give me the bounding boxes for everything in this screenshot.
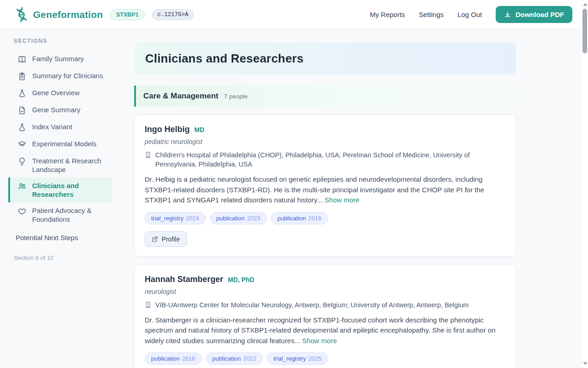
group-count: 7 people [224,93,248,100]
variant-badge: c.1217G>A [152,9,194,20]
person-bio: Dr. Stamberger is a clinician-researcher… [145,315,506,346]
page-scrollbar[interactable] [581,0,588,368]
download-icon [504,11,511,18]
gene-badge: STXBP1 [110,9,145,20]
nav-my-reports[interactable]: My Reports [370,11,405,18]
section-progress: Section 9 of 10 [14,254,133,261]
flask-icon [17,123,27,132]
tag-type: publication [277,215,306,222]
sidebar-item-clinicians-and-researchers[interactable]: Clinicians and Researchers [8,178,112,202]
sidebar-item-label: Treatment & Research Landscape [32,156,106,174]
sidebar-item-label: Patient Advocacy & Foundations [32,206,106,224]
sections-label: SECTIONS [14,38,133,44]
scroll-up-icon[interactable] [583,3,588,6]
book-icon [17,55,27,64]
group-title: Care & Management [143,92,218,101]
page-title-banner: Clinicians and Researchers [134,42,516,75]
sidebar-item-gene-summary[interactable]: Gene Summary [8,102,112,119]
profile-button-label: Profile [162,236,180,243]
tag-type: trial_registry [151,215,184,222]
tag-badge: publication 2016 [271,212,328,224]
sidebar-item-label: Gene Overview [32,88,79,97]
person-name: Hannah Stamberger [145,275,223,284]
brand[interactable]: Geneformation STXBP1 c.1217G>A [14,7,194,23]
heart-icon [17,207,27,216]
sidebar-item-gene-overview[interactable]: Gene Overview [8,85,112,102]
sidebar-item-potential-next-steps[interactable]: Potential Next Steps [16,234,133,242]
tag-badge: publication 2022 [206,352,263,365]
tag-year: 2016 [182,355,195,362]
person-role: pediatric neurologist [145,138,506,145]
building-icon [145,151,152,169]
person-affiliation: Children's Hospital of Philadelphia (CHO… [155,150,506,169]
sidebar-item-patient-advocacy-foundations[interactable]: Patient Advocacy & Foundations [8,202,112,227]
download-pdf-label: Download PDF [515,11,564,18]
tag-type: publication [216,215,245,222]
scroll-down-icon[interactable] [583,362,588,365]
tags-row: publication 2016 publication 2022 trial_… [145,352,506,365]
sidebar-item-label: Summary for Clinicians [32,71,103,80]
sidebar-item-index-variant[interactable]: Index Variant [8,119,112,136]
building-icon [145,301,152,310]
sidebar-item-summary-for-clinicians[interactable]: Summary for Clinicians [8,68,112,85]
person-affiliation-row: Children's Hospital of Philadelphia (CHO… [145,150,506,169]
person-role: neurologist [145,288,506,295]
show-more-link[interactable]: Show more [302,337,337,345]
dna-icon [12,5,32,24]
person-card: Ingo Helbig MD pediatric neurologist Chi… [134,114,516,257]
tag-type: trial_registry [273,355,306,362]
person-affiliation: VIB-UAntwerp Center for Molecular Neurol… [155,300,469,310]
sidebar-item-label: Index Variant [32,122,72,131]
document-icon [17,106,27,115]
external-link-icon [152,236,158,242]
tag-badge: trial_registry 2024 [145,212,206,224]
sidebar-item-experimental-models[interactable]: Experimental Models [8,136,112,153]
sidebar-item-family-summary[interactable]: Family Summary [8,51,112,68]
people-icon [17,182,27,191]
group-header-care-management: Care & Management 7 people [134,86,516,107]
person-bio-text: Dr. Helbig is a pediatric neurologist fo… [145,175,484,204]
sidebar-item-treatment-research-landscape[interactable]: Treatment & Research Landscape [8,153,112,178]
flask-icon [17,89,27,98]
person-credentials: MD [194,126,204,133]
main-content: Clinicians and Researchers Care & Manage… [134,29,516,368]
download-pdf-button[interactable]: Download PDF [496,6,572,23]
tag-type: publication [151,355,180,362]
tag-badge: publication 2023 [210,212,267,224]
tag-badge: publication 2016 [145,352,202,365]
tag-year: 2016 [308,215,322,222]
nav-settings[interactable]: Settings [419,11,444,18]
page-title: Clinicians and Researchers [145,52,304,66]
nav-log-out[interactable]: Log Out [458,11,482,18]
tag-badge: trial_registry 2025 [267,352,328,365]
scrollbar-thumb[interactable] [582,9,587,53]
sidebar: SECTIONS Family Summary Summary for Clin… [0,29,133,368]
tag-type: publication [212,355,241,362]
sidebar-item-label: Gene Summary [32,105,80,114]
sidebar-item-label: Clinicians and Researchers [32,181,106,199]
tags-row: trial_registry 2024 publication 2023 pub… [145,212,506,224]
brand-name: Geneformation [33,9,103,20]
person-bio: Dr. Helbig is a pediatric neurologist fo… [145,174,506,206]
person-card: Hannah Stamberger MD, PhD neurologist VI… [134,264,516,368]
person-affiliation-row: VIB-UAntwerp Center for Molecular Neurol… [145,300,506,310]
person-credentials: MD, PhD [228,276,254,283]
tag-year: 2022 [243,355,256,362]
sidebar-item-label: Family Summary [32,54,84,63]
tag-year: 2024 [186,215,199,222]
person-name: Ingo Helbig [145,125,190,134]
lightbulb-icon [17,157,27,166]
show-more-link[interactable]: Show more [325,196,360,204]
sidebar-item-label: Experimental Models [32,139,96,148]
profile-button[interactable]: Profile [145,231,187,247]
tag-year: 2023 [247,215,260,222]
tag-year: 2025 [308,355,322,362]
clipboard-icon [17,72,27,81]
app-header: Geneformation STXBP1 c.1217G>A My Report… [0,0,588,29]
layers-icon [17,140,27,149]
